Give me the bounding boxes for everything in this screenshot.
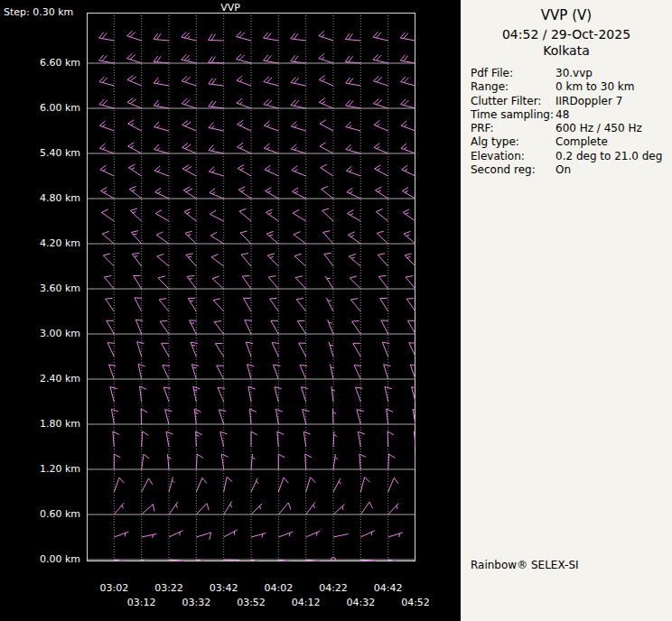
y-axis-label: 5.40 km (0, 147, 80, 159)
y-axis-label: 0.60 km (0, 508, 80, 520)
metadata-row: Second reg:On (471, 163, 672, 177)
y-axis-label: 4.20 km (0, 237, 80, 249)
site-name: Kolkata (461, 43, 672, 58)
radar-product-window: VVP Step: 0.30 km 6.60 km6.00 km5.40 km4… (0, 0, 672, 621)
metadata-row: Alg type:Complete (471, 135, 672, 149)
metadata-value: 30.vvp (555, 67, 593, 80)
metadata-label: Alg type: (471, 135, 555, 149)
metadata-label: Second reg: (471, 163, 555, 177)
metadata-row: Range:0 km to 30 km (471, 80, 672, 94)
y-axis-label: 6.00 km (0, 102, 80, 114)
product-metadata-list: Pdf File:30.vvpRange:0 km to 30 kmClutte… (471, 67, 672, 177)
x-axis-label: 03:12 (127, 597, 156, 608)
metadata-label: Elevation: (471, 150, 555, 163)
time-gridlines (114, 13, 415, 561)
metadata-row: Elevation:0.2 deg to 21.0 deg (471, 150, 672, 163)
metadata-value: 0 km to 30 km (555, 80, 635, 94)
metadata-value: 0.2 deg to 21.0 deg (555, 150, 662, 163)
metadata-value: IIRDoppler 7 (555, 95, 622, 108)
x-axis-label: 04:12 (292, 597, 321, 608)
metadata-label: PRF: (471, 122, 555, 135)
product-datetime: 04:52 / 29-Oct-2025 (461, 27, 672, 42)
y-axis-label: 3.60 km (0, 283, 80, 294)
x-axis-label: 04:52 (401, 597, 430, 608)
metadata-row: Time sampling:48 (471, 108, 672, 122)
y-axis-label: 1.20 km (0, 463, 80, 475)
metadata-label: Time sampling: (471, 108, 555, 122)
x-axis-label: 04:42 (374, 582, 403, 594)
x-axis-label: 03:52 (237, 597, 266, 608)
product-title: VVP (V) (461, 7, 672, 23)
metadata-row: Clutter Filter:IIRDoppler 7 (471, 95, 672, 108)
wind-barb-chart (87, 13, 415, 561)
y-axis-label: 0.00 km (0, 553, 80, 565)
x-axis-label: 03:42 (210, 582, 238, 594)
x-axis-label: 03:22 (154, 582, 183, 594)
y-axis-label: 3.00 km (0, 328, 80, 339)
x-axis-label: 04:32 (346, 597, 375, 608)
metadata-value: On (555, 163, 571, 177)
metadata-value: Complete (555, 135, 608, 149)
metadata-label: Clutter Filter: (471, 95, 555, 108)
x-axis-label: 04:02 (264, 582, 293, 594)
x-axis-label: 03:32 (182, 597, 210, 608)
y-axis-label: 6.60 km (0, 57, 80, 69)
metadata-row: PRF:600 Hz / 450 Hz (471, 122, 672, 135)
step-label: Step: 0.30 km (4, 6, 73, 18)
y-axis-label: 4.80 km (0, 192, 80, 204)
wind-barbs (99, 31, 415, 561)
vvp-plot-panel: VVP Step: 0.30 km 6.60 km6.00 km5.40 km4… (0, 0, 461, 621)
x-axis-label: 04:22 (319, 582, 348, 594)
metadata-value: 48 (555, 108, 569, 122)
brand-label: Rainbow® SELEX-SI (471, 559, 579, 571)
x-axis-label: 03:02 (99, 582, 128, 594)
metadata-label: Range: (471, 80, 555, 94)
metadata-value: 600 Hz / 450 Hz (555, 122, 642, 135)
metadata-row: Pdf File:30.vvp (471, 67, 672, 80)
info-panel: VVP (V) 04:52 / 29-Oct-2025 Kolkata Pdf … (461, 0, 672, 621)
y-axis-label: 1.80 km (0, 418, 80, 430)
y-axis-label: 2.40 km (0, 373, 80, 385)
metadata-label: Pdf File: (471, 67, 555, 80)
